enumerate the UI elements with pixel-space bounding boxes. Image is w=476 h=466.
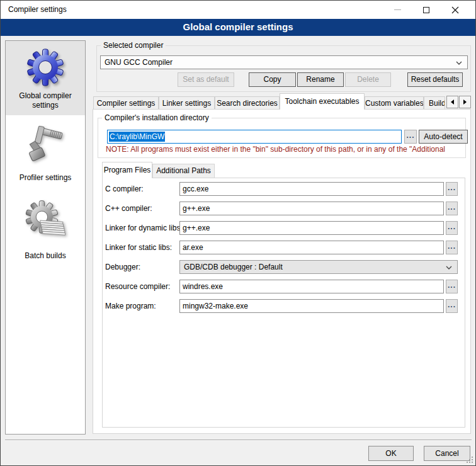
sidebar-item-global-compiler-settings[interactable]: Global compiler settings [6, 41, 85, 115]
resize-grip-icon[interactable] [467, 457, 473, 463]
sidebar-item-batch-builds[interactable]: Batch builds [6, 195, 85, 264]
ok-button[interactable]: OK [368, 446, 414, 461]
gray-gear-stack-icon [25, 200, 65, 240]
sidebar-label: Global compiler settings [6, 91, 85, 110]
tab-scroll-left-button[interactable] [446, 96, 458, 108]
tab-scroll-right-button[interactable] [459, 96, 471, 108]
install-dir-selected-text: C:\raylib\MinGW [109, 132, 165, 142]
compiler-settings-dialog: Compiler settings Global compiler settin… [0, 0, 476, 466]
minimize-button[interactable] [383, 1, 412, 19]
triangle-right-icon [463, 99, 467, 105]
close-button[interactable] [441, 1, 470, 19]
copy-button[interactable]: Copy [249, 72, 296, 87]
footer-divider [5, 440, 472, 441]
install-dir-note: NOTE: All programs must exist either in … [106, 145, 467, 154]
cpp-compiler-label: C++ compiler: [105, 202, 152, 215]
tab-linker-settings[interactable]: Linker settings [159, 96, 215, 110]
dialog-heading: Global compiler settings [1, 19, 475, 36]
minimize-icon [394, 9, 401, 10]
linker-dynamic-input[interactable] [179, 221, 444, 235]
tab-build-options[interactable]: Build options [424, 96, 445, 110]
debugger-select-value: GDB/CDB debugger : Default [184, 263, 283, 271]
resource-compiler-label: Resource compiler: [105, 280, 170, 293]
compiler-select-value: GNU GCC Compiler [105, 58, 173, 67]
settings-category-list: Global compiler settings [5, 40, 86, 435]
reset-defaults-button[interactable]: Reset defaults [407, 72, 463, 87]
maximize-button[interactable] [412, 1, 441, 19]
c-compiler-label: C compiler: [105, 182, 144, 196]
tab-compiler-settings[interactable]: Compiler settings [93, 96, 159, 110]
sidebar-label-line2: settings [6, 101, 85, 110]
debugger-label: Debugger: [105, 260, 140, 274]
install-dir-browse-button[interactable]: ... [404, 130, 417, 144]
sidebar-label: Profiler settings [6, 173, 85, 183]
install-dir-input[interactable]: C:\raylib\MinGW [107, 130, 402, 144]
linker-dynamic-browse-button[interactable]: ... [446, 221, 458, 235]
resource-compiler-browse-button[interactable]: ... [446, 280, 458, 293]
maximize-icon [423, 7, 429, 13]
auto-detect-button[interactable]: Auto-detect [419, 130, 468, 144]
tab-search-directories[interactable]: Search directories [215, 96, 280, 110]
subtab-program-files[interactable]: Program Files [102, 162, 152, 178]
chevron-down-icon [456, 61, 462, 65]
install-dir-group-label: Compiler's installation directory [102, 113, 212, 122]
blue-gear-icon [25, 47, 65, 88]
sidebar-label: Batch builds [6, 251, 85, 261]
delete-button[interactable]: Delete [345, 72, 391, 87]
c-compiler-input[interactable] [179, 182, 444, 196]
linker-static-browse-button[interactable]: ... [446, 241, 458, 254]
chevron-down-icon [446, 266, 452, 270]
title-bar[interactable]: Compiler settings [1, 1, 475, 19]
set-as-default-button[interactable]: Set as default [178, 72, 234, 87]
selected-compiler-group-label: Selected compiler [101, 41, 166, 50]
triangle-left-icon [451, 99, 454, 105]
caliper-icon [25, 124, 65, 164]
sidebar-item-profiler-settings[interactable]: Profiler settings [6, 119, 85, 188]
make-program-browse-button[interactable]: ... [446, 299, 458, 313]
tab-toolchain-executables[interactable]: Toolchain executables [280, 93, 365, 110]
cpp-compiler-browse-button[interactable]: ... [446, 202, 458, 215]
sidebar-label-line1: Global compiler [6, 91, 85, 101]
make-program-label: Make program: [105, 299, 156, 313]
linker-static-label: Linker for static libs: [105, 241, 172, 254]
debugger-select[interactable]: GDB/CDB debugger : Default [179, 260, 458, 274]
close-icon [451, 6, 459, 14]
window-title: Compiler settings [8, 1, 67, 19]
cancel-button[interactable]: Cancel [424, 446, 470, 461]
subtab-additional-paths[interactable]: Additional Paths [152, 164, 215, 178]
compiler-select[interactable]: GNU GCC Compiler [100, 55, 468, 69]
c-compiler-browse-button[interactable]: ... [446, 182, 458, 196]
resource-compiler-input[interactable] [179, 280, 444, 293]
rename-button[interactable]: Rename [297, 72, 344, 87]
linker-static-input[interactable] [179, 241, 444, 254]
tab-custom-variables[interactable]: Custom variables [365, 96, 424, 110]
linker-dynamic-label: Linker for dynamic libs: [105, 221, 183, 235]
make-program-input[interactable] [179, 299, 444, 313]
cpp-compiler-input[interactable] [179, 202, 444, 215]
